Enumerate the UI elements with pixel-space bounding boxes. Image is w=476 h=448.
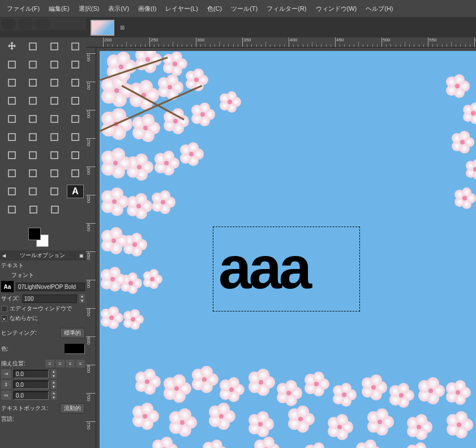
menu-選択[interactable]: 選択(S) xyxy=(74,2,104,15)
letter-spacing-icon: ⇔ xyxy=(1,391,11,400)
color-picker[interactable] xyxy=(0,228,86,246)
tool-pencil[interactable] xyxy=(46,130,63,144)
text-layer[interactable]: aaa xyxy=(218,238,309,297)
menu-ファイル[interactable]: ファイル(F) xyxy=(2,2,44,15)
tool-unified[interactable] xyxy=(46,112,63,126)
tool-warp[interactable] xyxy=(3,112,20,126)
svg-rect-14 xyxy=(72,97,79,104)
tab-thumbnail[interactable] xyxy=(91,20,114,36)
tool-blur[interactable] xyxy=(3,185,20,198)
tool-shear[interactable] xyxy=(25,94,42,108)
size-label: サイズ: xyxy=(1,295,20,302)
editor-window-checkbox[interactable] xyxy=(1,306,7,312)
tool-mypaint[interactable] xyxy=(67,148,84,162)
tool-heal[interactable] xyxy=(25,167,42,180)
color-label: 色: xyxy=(1,345,8,353)
svg-rect-20 xyxy=(29,134,36,140)
justify-label: 揃え位置: xyxy=(1,360,25,368)
tab-close-icon[interactable]: ⊠ xyxy=(118,23,127,32)
tool-crop[interactable] xyxy=(25,76,42,89)
tool-airbrush[interactable] xyxy=(25,148,42,162)
textbox-mode-select[interactable]: 流動的 xyxy=(60,403,85,413)
align-right-icon[interactable]: ≡ xyxy=(55,360,65,368)
editor-window-label: エディターウィンドウで xyxy=(10,305,72,313)
svg-rect-10 xyxy=(72,79,79,86)
menu-編集[interactable]: 編集(E) xyxy=(44,2,74,15)
svg-rect-15 xyxy=(8,116,15,122)
tool-by-color[interactable] xyxy=(3,76,20,89)
tool-path[interactable] xyxy=(24,185,41,198)
foreground-color[interactable] xyxy=(28,228,41,240)
tool-scale[interactable] xyxy=(3,94,20,108)
tool-perspective[interactable] xyxy=(46,94,63,108)
menu-ツール[interactable]: ツール(T) xyxy=(226,2,262,15)
svg-rect-16 xyxy=(29,116,36,122)
tool-clone[interactable] xyxy=(3,167,20,180)
tool-zoom[interactable] xyxy=(3,203,20,216)
menu-表示[interactable]: 表示(V) xyxy=(104,2,134,15)
tool-eraser[interactable] xyxy=(3,148,20,162)
smoothing-label: なめらかに xyxy=(10,314,38,322)
hinting-select[interactable]: 標準的 xyxy=(60,328,85,338)
tool-free-select[interactable] xyxy=(3,58,20,71)
menu-画像[interactable]: 画像(I) xyxy=(134,2,161,15)
tab-bar: ⊠ xyxy=(0,18,476,37)
font-preview-icon[interactable]: Aa xyxy=(1,281,14,292)
font-name-input[interactable] xyxy=(16,283,85,291)
smoothing-checkbox[interactable]: ✕ xyxy=(1,315,7,322)
svg-rect-4 xyxy=(29,61,36,68)
svg-rect-33 xyxy=(51,188,58,195)
text-color-swatch[interactable] xyxy=(65,344,85,354)
menu-ウィンドウ[interactable]: ウィンドウ(W) xyxy=(311,2,362,15)
canvas-viewport[interactable]: aaa xyxy=(96,48,476,448)
letter-spacing-input[interactable] xyxy=(14,392,48,399)
size-down[interactable]: ▼ xyxy=(79,298,85,303)
tool-flip[interactable] xyxy=(25,112,42,126)
tool-scissors[interactable] xyxy=(25,58,42,71)
svg-rect-7 xyxy=(8,79,15,86)
align-left-icon[interactable]: ≡ xyxy=(45,360,54,368)
tool-smudge[interactable] xyxy=(46,167,63,180)
ruler-vertical[interactable]: 1001502002503003504004505005506006507007… xyxy=(86,48,96,448)
align-fill-icon[interactable]: ≡ xyxy=(76,360,85,368)
tool-dodge[interactable] xyxy=(67,167,84,180)
dock-icon[interactable]: ▣ xyxy=(79,253,84,258)
svg-rect-0 xyxy=(29,43,36,50)
tool-rect-select[interactable] xyxy=(46,40,63,53)
svg-rect-24 xyxy=(29,152,36,159)
tool-measure[interactable] xyxy=(67,76,84,89)
ruler-horizontal[interactable]: 200250300350400450500550600 xyxy=(86,37,476,48)
menu-フィルター[interactable]: フィルター(R) xyxy=(262,2,311,15)
tool-cage[interactable] xyxy=(67,94,84,108)
svg-rect-13 xyxy=(51,97,58,104)
menu-ヘルプ[interactable]: ヘルプ(H) xyxy=(361,2,397,15)
tool-ink[interactable] xyxy=(46,148,63,162)
tool-paintbrush[interactable] xyxy=(67,130,84,144)
image-canvas[interactable]: aaa xyxy=(100,51,476,448)
svg-rect-30 xyxy=(72,170,79,177)
tool-handle[interactable] xyxy=(67,112,84,126)
tool-magnify[interactable] xyxy=(46,203,63,216)
menu-レイヤー[interactable]: レイヤー(L) xyxy=(161,2,202,15)
line-spacing-input[interactable] xyxy=(14,381,48,389)
tool-move[interactable] xyxy=(3,40,20,53)
tool-rotate[interactable] xyxy=(46,76,63,89)
svg-rect-36 xyxy=(30,206,37,213)
tool-align[interactable] xyxy=(25,40,42,53)
tool-color-picker[interactable] xyxy=(46,185,62,198)
tool-text[interactable]: A xyxy=(67,185,84,198)
language-label: 言語: xyxy=(1,415,14,423)
tool-options-title: ツールオプション xyxy=(20,251,65,259)
align-center-icon[interactable]: ≡ xyxy=(66,360,75,368)
tool-fuzzy-select[interactable] xyxy=(67,58,84,71)
tool-measure2[interactable] xyxy=(25,203,42,216)
size-up[interactable]: ▲ xyxy=(79,294,85,298)
tool-ellipse-select[interactable] xyxy=(67,40,84,53)
tool-foreground-select[interactable] xyxy=(46,58,63,71)
indent-input[interactable] xyxy=(14,370,48,378)
left-panel: A ◀ ツールオプション ▣ テキスト フォント Aa サイズ: ▲▼ xyxy=(0,37,86,448)
tool-bucket[interactable] xyxy=(3,130,20,144)
menu-色[interactable]: 色(C) xyxy=(203,2,226,15)
tool-gradient[interactable] xyxy=(25,130,42,144)
size-input[interactable] xyxy=(22,295,77,303)
